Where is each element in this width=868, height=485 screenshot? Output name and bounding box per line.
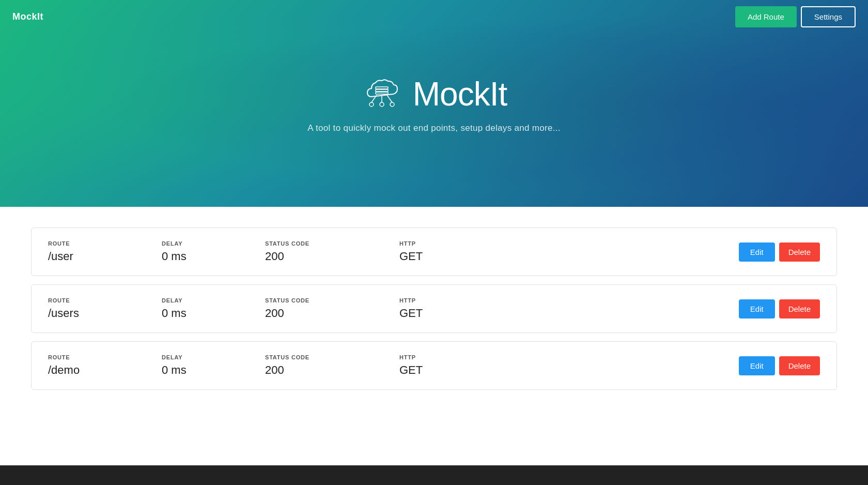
- app-logo: MockIt: [12, 11, 43, 22]
- delay-value: 0 ms: [162, 307, 265, 320]
- route-card: ROUTE /users DELAY 0 ms STATUS CODE 200 …: [31, 284, 837, 333]
- http-value: GET: [399, 307, 482, 320]
- svg-point-6: [369, 102, 374, 107]
- route-delay-field: DELAY 0 ms: [162, 354, 265, 377]
- route-fields: ROUTE /users DELAY 0 ms STATUS CODE 200 …: [48, 297, 739, 320]
- http-label: HTTP: [399, 240, 482, 247]
- route-label: ROUTE: [48, 354, 162, 360]
- status-label: STATUS CODE: [265, 297, 399, 304]
- route-status-field: STATUS CODE 200: [265, 297, 399, 320]
- delay-value: 0 ms: [162, 250, 265, 263]
- header-actions: Add Route Settings: [735, 6, 856, 27]
- route-fields: ROUTE /user DELAY 0 ms STATUS CODE 200 H…: [48, 240, 739, 263]
- route-status-field: STATUS CODE 200: [265, 354, 399, 377]
- add-route-button[interactable]: Add Route: [735, 6, 797, 27]
- delete-button[interactable]: Delete: [779, 356, 820, 375]
- http-value: GET: [399, 363, 482, 377]
- delete-button[interactable]: Delete: [779, 299, 820, 319]
- route-value: /demo: [48, 363, 162, 377]
- status-value: 200: [265, 307, 399, 320]
- footer: [0, 465, 868, 485]
- status-label: STATUS CODE: [265, 240, 399, 247]
- route-label: ROUTE: [48, 240, 162, 247]
- route-http-field: HTTP GET: [399, 297, 482, 320]
- status-value: 200: [265, 363, 399, 377]
- route-value: /user: [48, 250, 162, 263]
- delay-label: DELAY: [162, 240, 265, 247]
- svg-rect-0: [376, 87, 388, 89]
- delay-value: 0 ms: [162, 363, 265, 377]
- route-http-field: HTTP GET: [399, 240, 482, 263]
- route-actions: Edit Delete: [739, 242, 820, 262]
- hero-content: MockIt A tool to quickly mock out end po…: [307, 73, 561, 133]
- route-path-field: ROUTE /user: [48, 240, 162, 263]
- route-card: ROUTE /user DELAY 0 ms STATUS CODE 200 H…: [31, 228, 837, 276]
- routes-container: ROUTE /user DELAY 0 ms STATUS CODE 200 H…: [31, 228, 837, 390]
- delete-button[interactable]: Delete: [779, 242, 820, 262]
- status-label: STATUS CODE: [265, 354, 399, 360]
- svg-line-5: [387, 95, 392, 102]
- settings-button[interactable]: Settings: [801, 6, 856, 27]
- route-path-field: ROUTE /demo: [48, 354, 162, 377]
- route-label: ROUTE: [48, 297, 162, 304]
- edit-button[interactable]: Edit: [739, 356, 775, 375]
- svg-rect-2: [376, 92, 388, 94]
- route-http-field: HTTP GET: [399, 354, 482, 377]
- route-path-field: ROUTE /users: [48, 297, 162, 320]
- route-value: /users: [48, 307, 162, 320]
- svg-rect-1: [376, 89, 388, 92]
- route-actions: Edit Delete: [739, 299, 820, 319]
- route-actions: Edit Delete: [739, 356, 820, 375]
- svg-point-8: [390, 102, 394, 107]
- http-value: GET: [399, 250, 482, 263]
- route-delay-field: DELAY 0 ms: [162, 240, 265, 263]
- routes-section: ROUTE /user DELAY 0 ms STATUS CODE 200 H…: [0, 207, 868, 465]
- status-value: 200: [265, 250, 399, 263]
- edit-button[interactable]: Edit: [739, 299, 775, 319]
- route-fields: ROUTE /demo DELAY 0 ms STATUS CODE 200 H…: [48, 354, 739, 377]
- hero-subtitle: A tool to quickly mock out end points, s…: [307, 123, 561, 133]
- route-delay-field: DELAY 0 ms: [162, 297, 265, 320]
- hero-title: MockIt: [413, 75, 507, 113]
- route-card: ROUTE /demo DELAY 0 ms STATUS CODE 200 H…: [31, 341, 837, 390]
- edit-button[interactable]: Edit: [739, 242, 775, 262]
- route-status-field: STATUS CODE 200: [265, 240, 399, 263]
- header: MockIt Add Route Settings: [0, 0, 868, 34]
- svg-point-7: [380, 102, 384, 107]
- app-icon: [361, 73, 402, 115]
- hero-title-row: MockIt: [361, 73, 507, 115]
- delay-label: DELAY: [162, 297, 265, 304]
- http-label: HTTP: [399, 297, 482, 304]
- http-label: HTTP: [399, 354, 482, 360]
- delay-label: DELAY: [162, 354, 265, 360]
